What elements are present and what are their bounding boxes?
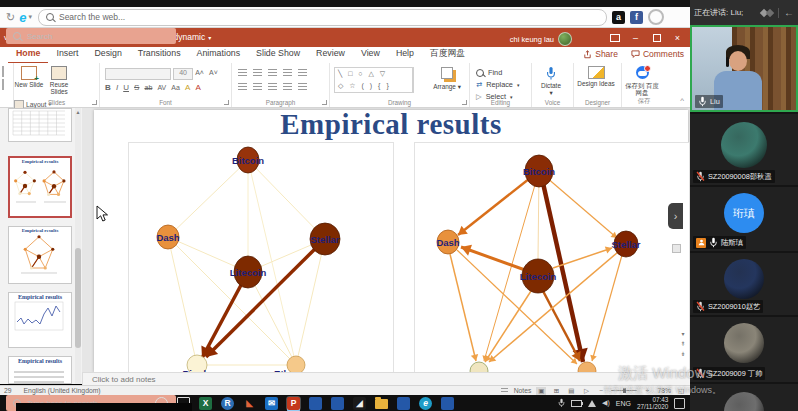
account-user[interactable]: chi keung lau [510, 32, 572, 46]
slide-thumbnail-2[interactable]: Empirical results [8, 156, 72, 218]
slide-sorter-view-icon[interactable]: ⊞ [551, 387, 561, 395]
zoom-level[interactable]: 78% [657, 387, 671, 394]
normal-view-icon[interactable]: ▣ [536, 387, 546, 395]
edge-icon[interactable]: e [419, 397, 432, 410]
powerpoint-icon[interactable]: P [287, 397, 300, 410]
slide-thumbnail-5[interactable]: Empirical results [8, 356, 72, 384]
zoom-in-icon[interactable]: + [642, 387, 652, 394]
participant-tile-陆斯瑱[interactable]: 珩瑱陆斯瑱 [690, 187, 798, 251]
align-right-icon[interactable] [268, 83, 277, 91]
app-window-icon-4[interactable] [441, 397, 454, 410]
slideshow-view-icon[interactable]: ▷ [581, 387, 591, 395]
slide-title[interactable]: Empirical results [94, 108, 688, 141]
tab-transitions[interactable]: Transitions [130, 46, 189, 62]
notes-pane[interactable]: Click to add notes [82, 372, 690, 385]
network-graph-left[interactable]: BitcoinDashStellarLitecoinRippleEthereum [128, 142, 394, 372]
app-window-icon-2[interactable] [331, 397, 344, 410]
ie-browser-icon[interactable]: e [19, 10, 26, 25]
excel-icon[interactable]: X [199, 397, 212, 410]
volume-icon[interactable]: ◀) [602, 399, 610, 407]
share-button[interactable]: Share [583, 49, 618, 59]
r-app-icon[interactable]: R [221, 397, 234, 410]
notes-toggle-button[interactable]: Notes [501, 387, 532, 394]
slide-thumbnail-3[interactable]: Empirical results [8, 226, 72, 284]
action-center-icon[interactable] [674, 398, 685, 409]
facebook-icon[interactable]: f [630, 11, 643, 24]
underline-button[interactable]: U [123, 83, 129, 92]
shrink-font-icon[interactable]: A˅ [209, 69, 218, 76]
amazon-icon[interactable]: a [612, 11, 625, 24]
app-window-icon-3[interactable] [397, 397, 410, 410]
slide[interactable]: Empirical results BitcoinDashStellarLite… [94, 110, 688, 372]
font-size-select[interactable]: 40 [173, 68, 193, 80]
close-button[interactable]: × [667, 33, 688, 43]
participant-tile[interactable] [690, 384, 798, 411]
font-color-icon[interactable]: A [195, 83, 200, 92]
slide-thumbnail-1[interactable] [8, 108, 72, 142]
battery-icon[interactable] [571, 400, 582, 407]
format-painter-icon[interactable] [2, 79, 4, 90]
network-graph-right[interactable]: BitcoinDashStellarLitecoin [414, 142, 690, 372]
replace-button[interactable]: ⇄Replace▾ [476, 80, 531, 89]
align-left-icon[interactable] [238, 83, 247, 91]
design-ideas-button[interactable]: Design Ideas [574, 66, 618, 88]
slide-thumbnail-4[interactable]: Empirical results [8, 292, 72, 348]
dialog-launcher-icon[interactable] [224, 100, 229, 105]
increase-indent-icon[interactable] [283, 69, 292, 77]
refresh-icon[interactable]: ↻ [6, 11, 15, 24]
app-window-icon-1[interactable] [309, 397, 322, 410]
next-slide-icon[interactable]: ↡ [680, 350, 685, 357]
tab-help[interactable]: Help [388, 46, 422, 62]
paste-icon[interactable] [2, 66, 4, 77]
language-indicator[interactable]: English (United Kingdom) [24, 387, 101, 394]
panel-handle[interactable] [672, 244, 681, 253]
previous-slide-icon[interactable]: ↟ [680, 340, 685, 347]
dialog-launcher-icon[interactable] [462, 100, 467, 105]
restore-button[interactable] [646, 34, 667, 42]
fit-slide-icon[interactable]: ◱ [676, 387, 686, 395]
browser-extension-icon[interactable] [648, 9, 664, 25]
numbering-icon[interactable] [253, 69, 262, 77]
tab-animations[interactable]: Animations [189, 46, 249, 62]
matlab-icon[interactable]: ◣ [243, 397, 256, 410]
office-search-box[interactable]: Search [6, 28, 176, 44]
ribbon-display-options-icon[interactable] [604, 34, 625, 42]
zoom-out-icon[interactable]: − [596, 387, 606, 394]
taskbar-clock[interactable]: 07:4327/11/2020 [637, 396, 669, 410]
line-spacing-icon[interactable] [298, 69, 307, 77]
tab-view[interactable]: View [353, 46, 388, 62]
clear-formatting-icon[interactable]: ab [145, 84, 153, 91]
shapes-gallery-scroll[interactable]: ▴▾≡ [412, 67, 414, 93]
tab-design[interactable]: Design [86, 46, 129, 62]
new-slide-button[interactable]: New Slide [14, 66, 44, 89]
baidu-save-button[interactable]: 保存到 百度网盘 [622, 66, 662, 97]
collapse-panel-icon[interactable]: ← [784, 7, 794, 18]
dropdown-caret-icon[interactable]: ▾ [28, 13, 32, 21]
participant-tile-SZ2009009 丁帅[interactable]: SZ2009009 丁帅 [690, 317, 798, 382]
language-switcher[interactable]: ENG [616, 400, 631, 407]
italic-button[interactable]: I [116, 83, 118, 92]
bullets-icon[interactable] [238, 69, 247, 77]
tab-百度网盘[interactable]: 百度网盘 [422, 46, 473, 62]
dialog-launcher-icon[interactable] [322, 100, 327, 105]
align-center-icon[interactable] [253, 83, 262, 91]
collapse-ribbon-icon[interactable]: ^ [680, 96, 684, 105]
tab-review[interactable]: Review [308, 46, 353, 62]
find-button[interactable]: Find [476, 68, 531, 77]
justify-icon[interactable] [283, 83, 292, 91]
dialog-launcher-icon[interactable] [92, 100, 97, 105]
network-icon[interactable] [588, 400, 596, 407]
participant-tile-Liu[interactable]: Liu [690, 25, 798, 112]
comments-button[interactable]: Comments [631, 49, 684, 59]
participant-tile-SZ20090008邵秋遥[interactable]: SZ20090008邵秋遥 [690, 114, 798, 185]
highlight-color-icon[interactable]: A [185, 83, 190, 92]
bold-button[interactable]: B [105, 83, 111, 92]
tab-insert[interactable]: Insert [48, 46, 86, 62]
mic-tray-icon[interactable] [558, 398, 565, 408]
arrange-button[interactable]: Arrange ▾ [430, 67, 464, 91]
strikethrough-button[interactable]: S [134, 83, 139, 92]
participant-tile-SZ2009010赵艺[interactable]: SZ2009010赵艺 [690, 253, 798, 315]
browser-search-input[interactable]: Search the web... [38, 9, 607, 26]
zoom-slider[interactable] [611, 390, 637, 391]
minimize-button[interactable]: – [625, 33, 646, 43]
